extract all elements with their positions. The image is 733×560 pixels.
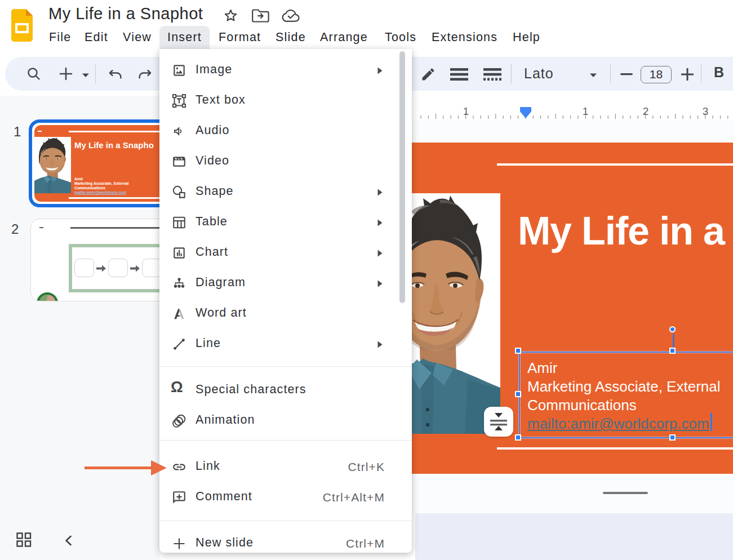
svg-text:1: 1 [463, 105, 469, 117]
svg-text:1: 1 [583, 105, 589, 117]
svg-text:2: 2 [643, 105, 649, 117]
svg-text:3: 3 [703, 105, 709, 117]
